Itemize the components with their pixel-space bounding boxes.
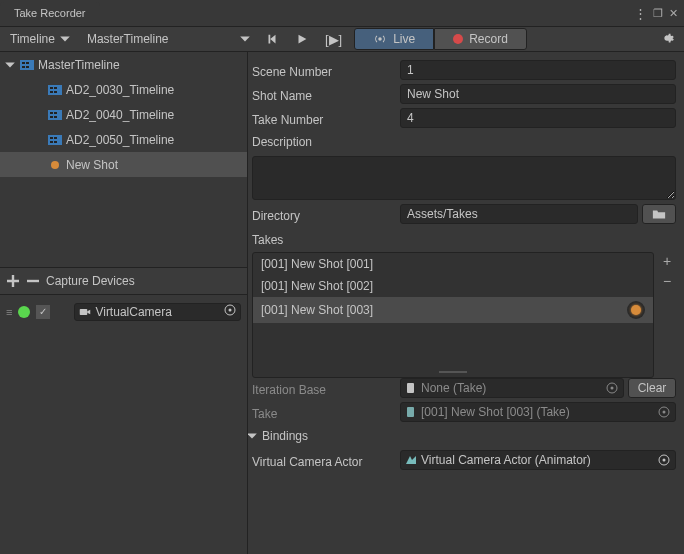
live-mode-button[interactable]: Live: [354, 28, 434, 50]
asset-icon: [405, 382, 417, 394]
shot-icon: [48, 158, 62, 172]
timeline-icon: [48, 83, 62, 97]
scene-number-input[interactable]: [400, 60, 676, 80]
foldout-open-icon[interactable]: [4, 59, 16, 71]
takes-remove-button[interactable]: −: [658, 272, 676, 290]
chevron-down-icon: [248, 430, 258, 442]
remove-device-button[interactable]: [26, 274, 40, 288]
directory-browse-button[interactable]: [642, 204, 676, 224]
window-close-icon[interactable]: ✕: [669, 7, 678, 20]
tree-item[interactable]: MasterTimeline: [0, 52, 247, 77]
context-dropdown[interactable]: Timeline: [0, 28, 77, 50]
tree-item[interactable]: New Shot: [0, 152, 247, 177]
svg-point-28: [611, 387, 614, 390]
svg-rect-5: [26, 66, 29, 68]
device-name-label: VirtualCamera: [95, 305, 171, 319]
svg-point-33: [663, 459, 666, 462]
svg-rect-29: [407, 407, 414, 417]
target-icon: [658, 406, 670, 418]
take-number-row: Take Number: [252, 108, 676, 128]
target-icon: [224, 304, 236, 316]
tree-item[interactable]: AD2_0050_Timeline: [0, 127, 247, 152]
tree-item[interactable]: AD2_0040_Timeline: [0, 102, 247, 127]
svg-point-21: [51, 161, 59, 169]
mode-toggle: Live Record: [354, 27, 527, 52]
iteration-base-row: Iteration Base None (Take) Clear: [252, 378, 676, 398]
drag-handle-icon[interactable]: ≡: [6, 306, 12, 318]
shot-name-input[interactable]: [400, 84, 676, 104]
take-field[interactable]: [001] New Shot [003] (Take): [400, 402, 676, 422]
iteration-base-field[interactable]: None (Take): [400, 378, 624, 398]
live-label: Live: [393, 32, 415, 46]
object-picker-button[interactable]: [657, 453, 671, 467]
play-icon: [295, 32, 309, 46]
svg-rect-10: [54, 91, 57, 93]
svg-rect-13: [54, 112, 57, 114]
take-item[interactable]: [001] New Shot [001]: [253, 253, 653, 275]
window-tab[interactable]: Take Recorder: [0, 2, 100, 24]
animator-icon: [405, 454, 417, 466]
gear-icon: [660, 31, 674, 45]
window-menu-icon[interactable]: ⋮: [634, 6, 647, 21]
play-range-button[interactable]: [▶]: [317, 27, 350, 52]
body: MasterTimelineAD2_0030_TimelineAD2_0040_…: [0, 52, 684, 554]
directory-label: Directory: [252, 206, 400, 223]
vcam-label: Virtual Camera Actor: [252, 452, 400, 469]
description-input[interactable]: [252, 156, 676, 200]
takes-list[interactable]: [001] New Shot [001][001] New Shot [002]…: [252, 252, 654, 378]
take-item[interactable]: [001] New Shot [002]: [253, 275, 653, 297]
takes-box: [001] New Shot [001][001] New Shot [002]…: [252, 252, 676, 374]
object-picker-button[interactable]: [224, 304, 236, 319]
minus-icon: [27, 275, 39, 287]
takes-resize-handle[interactable]: [252, 370, 654, 374]
play-button[interactable]: [287, 27, 317, 52]
properties-panel: Scene Number Shot Name Take Number Descr…: [248, 52, 684, 554]
record-label: Record: [469, 32, 508, 46]
skip-start-button[interactable]: [257, 27, 287, 52]
bindings-header-row[interactable]: Bindings: [248, 426, 676, 446]
svg-rect-22: [27, 280, 39, 282]
context-label: Timeline: [10, 32, 55, 46]
tree-item[interactable]: AD2_0030_Timeline: [0, 77, 247, 102]
record-mode-button[interactable]: Record: [434, 28, 527, 50]
svg-rect-2: [22, 62, 25, 64]
svg-rect-14: [50, 116, 53, 118]
device-enable-checkbox[interactable]: ✓: [36, 305, 50, 319]
clear-button[interactable]: Clear: [628, 378, 676, 398]
device-object-field[interactable]: VirtualCamera: [74, 303, 241, 321]
window-detach-icon[interactable]: ❐: [653, 7, 663, 20]
takes-header-row: Takes: [252, 228, 676, 248]
iteration-base-value: None (Take): [421, 381, 486, 395]
take-number-input[interactable]: [400, 108, 676, 128]
record-icon: [453, 34, 463, 44]
svg-rect-4: [22, 66, 25, 68]
settings-gear-button[interactable]: [656, 27, 678, 52]
svg-rect-6: [48, 85, 62, 95]
tree-item-label: AD2_0030_Timeline: [66, 83, 174, 97]
camera-icon: [79, 306, 91, 318]
object-picker-button[interactable]: [605, 381, 619, 395]
timeline-dropdown[interactable]: MasterTimeline: [77, 28, 257, 50]
capture-devices-label: Capture Devices: [46, 274, 135, 288]
asset-icon: [405, 406, 417, 418]
svg-rect-7: [50, 87, 53, 89]
object-picker-button[interactable]: [657, 405, 671, 419]
svg-rect-23: [80, 309, 88, 315]
takes-add-button[interactable]: +: [658, 252, 676, 270]
chevron-down-icon: [59, 33, 71, 45]
svg-rect-11: [48, 110, 62, 120]
takes-side-buttons: + −: [658, 252, 676, 290]
directory-input[interactable]: [400, 204, 638, 224]
scene-number-label: Scene Number: [252, 62, 400, 79]
vcam-field[interactable]: Virtual Camera Actor (Animator): [400, 450, 676, 470]
take-item-label: [001] New Shot [003]: [261, 303, 373, 317]
svg-rect-1: [20, 60, 34, 70]
svg-rect-9: [50, 91, 53, 93]
take-item[interactable]: [001] New Shot [003]: [253, 297, 653, 323]
take-label: Take: [252, 404, 400, 421]
shot-name-label: Shot Name: [252, 86, 400, 103]
left-panel: MasterTimelineAD2_0030_TimelineAD2_0040_…: [0, 52, 248, 554]
svg-rect-3: [26, 62, 29, 64]
add-device-button[interactable]: [6, 274, 20, 288]
broadcast-icon: [373, 32, 387, 46]
